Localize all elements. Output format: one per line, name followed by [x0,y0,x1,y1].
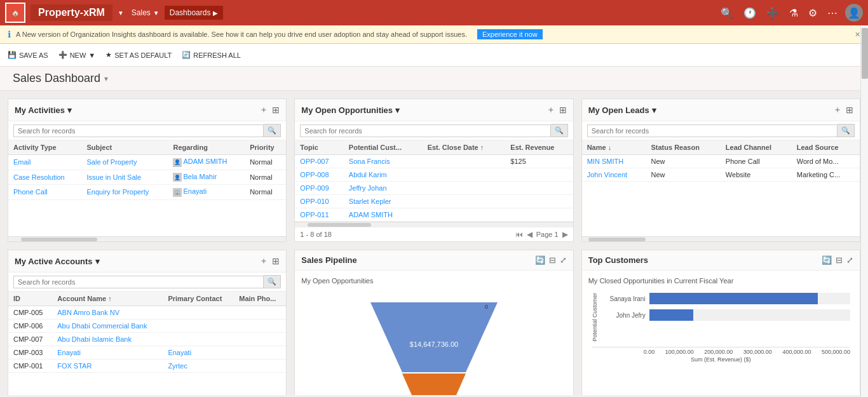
refresh-all-button[interactable]: 🔄 REFRESH ALL [182,51,241,59]
activities-search-button[interactable]: 🔍 [264,124,281,137]
col-account-id[interactable]: ID [8,292,52,306]
col-account-name[interactable]: Account Name ↑ [52,292,163,306]
leads-search-button[interactable]: 🔍 [837,124,855,137]
opp-pagination: 1 - 8 of 18 [300,231,511,238]
leads-dropdown-icon[interactable]: ▾ [652,105,656,115]
more-nav-button[interactable]: ⋯ [825,4,840,22]
leads-add-button[interactable]: ＋ [833,104,842,116]
activity-type-link[interactable]: Phone Call [13,188,48,196]
dashboards-nav[interactable]: Dashboards ▶ [165,6,224,20]
opp-topic-link[interactable]: OPP-007 [300,158,329,165]
account-name-link[interactable]: FOX STAR [57,362,92,370]
customers-expand-button[interactable]: ⊟ [836,255,843,265]
opp-topic-link[interactable]: OPP-009 [300,184,329,192]
opp-customer-link[interactable]: ADAM SMITH [349,211,393,219]
experience-button[interactable]: Experience it now [477,29,543,39]
account-name-link[interactable]: Enayati [57,349,81,356]
col-lead-source[interactable]: Lead Source [792,140,860,155]
save-as-button[interactable]: 💾 SAVE AS [8,51,48,59]
opp-customer-link[interactable]: Abdul Karim [349,171,387,178]
col-topic[interactable]: Topic [295,140,344,155]
filter-nav-button[interactable]: ⚗ [787,4,801,22]
accounts-search-bar: 🔍 [8,273,286,292]
col-lead-channel[interactable]: Lead Channel [721,140,792,155]
col-activity-type[interactable]: Activity Type [8,140,82,155]
col-revenue[interactable]: Est. Revenue [505,140,573,155]
subject-link[interactable]: Enquiry for Property [87,188,149,196]
contact-icon: 👤 [173,173,182,182]
activity-type-link[interactable]: Case Resolution [13,173,65,181]
customers-fullscreen-button[interactable]: ⤢ [846,255,853,265]
opp-customer-link[interactable]: Sona Francis [349,158,390,165]
opp-customer-link[interactable]: Jeffry Johan [349,184,387,192]
account-name-link[interactable]: Abu Dhabi Commercial Bank [57,322,147,330]
account-name-link[interactable]: ABN Amro Bank NV [57,309,119,316]
contact-link[interactable]: Zyrtec [168,362,187,370]
accounts-search-button[interactable]: 🔍 [264,275,281,288]
col-priority[interactable]: Priority [245,140,286,155]
opp-customer-link[interactable]: Starlet Kepler [349,198,391,205]
opp-prev-page[interactable]: ◀ [527,230,532,239]
pipeline-refresh-button[interactable]: 🔄 [535,255,545,265]
activities-grid-button[interactable]: ⊞ [272,104,280,116]
opp-next-page[interactable]: ▶ [562,230,568,239]
subject-link[interactable]: Sale of Property [87,158,137,166]
title-dropdown-icon[interactable]: ▾ [104,74,108,83]
new-button[interactable]: ➕ NEW ▼ [58,51,96,59]
col-subject[interactable]: Subject [82,140,168,155]
contact-link[interactable]: Enayati [168,349,191,356]
opp-add-button[interactable]: ＋ [546,104,555,116]
activities-search-input[interactable] [13,124,264,137]
regarding-link[interactable]: Enayati [183,187,207,195]
customers-refresh-button[interactable]: 🔄 [822,255,832,265]
lead-name-link[interactable]: John Vincent [587,171,627,178]
pipeline-fullscreen-button[interactable]: ⤢ [560,255,567,265]
activities-add-button[interactable]: ＋ [259,104,268,116]
opportunities-search-button[interactable]: 🔍 [551,124,568,137]
opportunities-search-bar: 🔍 [295,121,573,140]
add-nav-button[interactable]: ➕ [764,4,782,22]
lead-name-link[interactable]: MIN SMITH [587,158,623,165]
main-scrollbar[interactable] [860,25,868,395]
opp-topic-link[interactable]: OPP-008 [300,171,329,178]
opp-grid-button[interactable]: ⊞ [559,104,567,116]
col-lead-name[interactable]: Name ↓ [582,140,646,155]
pipeline-expand-button[interactable]: ⊟ [549,255,556,265]
opp-dropdown-icon[interactable]: ▾ [395,105,400,115]
leads-grid-button[interactable]: ⊞ [846,104,853,116]
user-avatar-button[interactable]: 👤 [845,4,863,22]
activities-scrollbar[interactable] [8,236,286,241]
col-status-reason[interactable]: Status Reason [646,140,720,155]
activity-type-link[interactable]: Email [13,158,31,166]
subject-link[interactable]: Issue in Unit Sale [87,173,142,181]
col-close-date[interactable]: Est. Close Date ↑ [423,140,506,155]
activities-dropdown-icon[interactable]: ▾ [67,105,72,115]
col-customer[interactable]: Potential Cust... [344,140,423,155]
accounts-search-input[interactable] [13,276,264,288]
sales-nav[interactable]: Sales ▼ [126,6,165,20]
leads-search-input[interactable] [587,124,837,137]
account-id: CMP-007 [8,333,52,346]
opp-topic-link[interactable]: OPP-010 [300,198,329,205]
col-primary-contact[interactable]: Primary Contact [163,292,234,306]
info-bar-close[interactable]: ✕ [855,30,860,39]
opp-topic-link[interactable]: OPP-011 [300,211,329,219]
opportunities-search-input[interactable] [300,124,550,137]
accounts-add-button[interactable]: ＋ [259,255,268,267]
accounts-dropdown-icon[interactable]: ▾ [95,257,100,266]
set-default-button[interactable]: ★ SET AS DEFAULT [105,51,172,59]
regarding-link[interactable]: Bela Mahir [183,173,217,180]
regarding-link[interactable]: ADAM SMITH [183,158,227,165]
account-name-link[interactable]: Abu Dhabi Islamic Bank [57,335,132,343]
recent-nav-button[interactable]: 🕐 [741,4,759,22]
opp-first-page[interactable]: ⏮ [515,230,523,239]
settings-nav-button[interactable]: ⚙ [806,4,820,22]
col-regarding[interactable]: Regarding [168,140,245,155]
bar-track-john [649,309,850,321]
opp-scrollbar[interactable] [295,222,573,227]
accounts-grid-button[interactable]: ⊞ [272,255,280,267]
search-nav-button[interactable]: 🔍 [718,4,736,22]
main-scrollbar-thumb[interactable] [862,28,868,79]
leads-scrollbar[interactable] [582,236,860,241]
col-main-phone[interactable]: Main Pho... [234,292,286,306]
